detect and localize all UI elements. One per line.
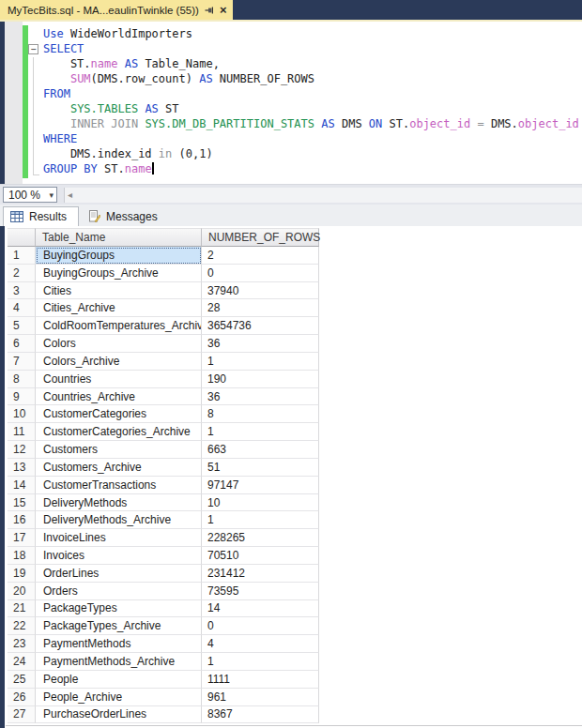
table-name-cell[interactable]: CustomerTransactions xyxy=(36,477,202,494)
table-name-cell[interactable]: PackageTypes xyxy=(36,600,202,618)
column-header-table-name[interactable]: Table_Name xyxy=(36,228,202,247)
row-number-cell[interactable]: 8 xyxy=(8,371,36,388)
table-name-cell[interactable]: People xyxy=(36,671,202,689)
row-number-cell[interactable]: 18 xyxy=(8,547,36,565)
code-line[interactable]: DMS.index_id in (0,1) xyxy=(0,146,582,161)
column-header-number-of-rows[interactable]: NUMBER_OF_ROWS xyxy=(202,228,319,247)
row-number-cell[interactable]: 7 xyxy=(8,353,36,371)
code-line[interactable]: ST.name AS Table_Name, xyxy=(0,56,582,71)
row-number-cell[interactable]: 22 xyxy=(8,617,36,635)
row-number-cell[interactable]: 2 xyxy=(8,265,36,282)
row-count-cell[interactable]: 8 xyxy=(202,405,319,423)
row-number-cell[interactable]: 3 xyxy=(8,282,36,300)
code-line[interactable]: −SELECT xyxy=(0,41,582,56)
table-name-cell[interactable]: Cities xyxy=(36,282,202,300)
table-name-cell[interactable]: PaymentMethods_Archive xyxy=(36,653,202,671)
table-name-cell[interactable]: Customers_Archive xyxy=(36,459,202,477)
row-count-cell[interactable]: 14 xyxy=(202,600,319,618)
row-count-cell[interactable]: 3654736 xyxy=(202,317,319,335)
row-number-cell[interactable]: 15 xyxy=(8,494,36,512)
close-icon[interactable]: × xyxy=(220,4,227,16)
row-number-cell[interactable]: 4 xyxy=(8,299,36,317)
row-count-cell[interactable]: 190 xyxy=(202,371,319,388)
table-name-cell[interactable]: PaymentMethods xyxy=(36,635,202,653)
row-number-cell[interactable]: 24 xyxy=(8,653,36,671)
row-number-cell[interactable]: 5 xyxy=(8,317,36,335)
row-count-cell[interactable]: 2 xyxy=(202,247,319,265)
row-count-cell[interactable]: 228265 xyxy=(202,529,319,547)
code-line[interactable]: INNER JOIN SYS.DM_DB_PARTITION_STATS AS … xyxy=(0,116,582,131)
row-count-cell[interactable]: 1 xyxy=(202,353,319,371)
row-number-cell[interactable]: 19 xyxy=(8,565,36,583)
tab-messages[interactable]: Messages xyxy=(82,206,169,226)
code-line[interactable]: FROM xyxy=(0,86,582,101)
row-number-cell[interactable]: 20 xyxy=(8,583,36,600)
row-count-cell[interactable]: 51 xyxy=(202,459,319,477)
row-count-cell[interactable]: 663 xyxy=(202,441,319,459)
row-number-cell[interactable]: 10 xyxy=(8,405,36,423)
code-area[interactable]: Use WideWorldImporters−SELECT ST.name AS… xyxy=(0,26,582,176)
horizontal-scrollbar[interactable]: ◂ xyxy=(64,188,582,203)
row-count-cell[interactable]: 0 xyxy=(202,617,319,635)
table-name-cell[interactable]: PackageTypes_Archive xyxy=(36,617,202,635)
row-number-cell[interactable]: 21 xyxy=(8,600,36,618)
table-name-cell[interactable]: BuyingGroups xyxy=(36,247,202,265)
table-name-cell[interactable]: DeliveryMethods xyxy=(36,494,202,512)
row-count-cell[interactable]: 37940 xyxy=(202,282,319,300)
table-name-cell[interactable]: Colors_Archive xyxy=(36,353,202,371)
row-number-cell[interactable]: 17 xyxy=(8,529,36,547)
sql-editor[interactable]: Use WideWorldImporters−SELECT ST.name AS… xyxy=(0,22,582,184)
row-count-cell[interactable]: 0 xyxy=(202,265,319,282)
table-name-cell[interactable]: Colors xyxy=(36,335,202,353)
row-count-cell[interactable]: 36 xyxy=(202,335,319,353)
code-line[interactable]: SUM(DMS.row_count) AS NUMBER_OF_ROWS xyxy=(0,71,582,86)
row-count-cell[interactable]: 961 xyxy=(202,689,319,706)
table-name-cell[interactable]: CustomerCategories xyxy=(36,405,202,423)
row-number-cell[interactable]: 12 xyxy=(8,441,36,459)
table-name-cell[interactable]: ColdRoomTemperatures_Archive xyxy=(36,317,202,335)
table-name-cell[interactable]: CustomerCategories_Archive xyxy=(36,423,202,441)
row-number-cell[interactable]: 9 xyxy=(8,388,36,406)
code-line[interactable]: Use WideWorldImporters xyxy=(0,26,582,41)
table-name-cell[interactable]: Countries xyxy=(36,371,202,388)
collapse-minus-icon[interactable]: − xyxy=(28,44,38,54)
code-line[interactable]: GROUP BY ST.name xyxy=(0,161,582,176)
row-count-cell[interactable]: 1111 xyxy=(202,671,319,689)
table-name-cell[interactable]: Customers xyxy=(36,441,202,459)
row-number-cell[interactable]: 6 xyxy=(8,335,36,353)
table-name-cell[interactable]: Invoices xyxy=(36,547,202,565)
table-name-cell[interactable]: Countries_Archive xyxy=(36,388,202,406)
document-tab[interactable]: MyTecBits.sql - MA...eaulinTwinkle (55))… xyxy=(0,0,233,20)
table-name-cell[interactable]: DeliveryMethods_Archive xyxy=(36,511,202,529)
row-count-cell[interactable]: 10 xyxy=(202,494,319,512)
row-count-cell[interactable]: 97147 xyxy=(202,477,319,494)
row-number-cell[interactable]: 11 xyxy=(8,423,36,441)
row-number-cell[interactable]: 16 xyxy=(8,511,36,529)
row-count-cell[interactable]: 73595 xyxy=(202,583,319,600)
row-count-cell[interactable]: 8367 xyxy=(202,706,319,724)
tab-results[interactable]: Results xyxy=(3,206,79,226)
row-number-cell[interactable]: 14 xyxy=(8,477,36,494)
table-name-cell[interactable]: BuyingGroups_Archive xyxy=(36,265,202,282)
row-count-cell[interactable]: 1 xyxy=(202,511,319,529)
row-number-cell[interactable]: 1 xyxy=(8,247,36,265)
table-name-cell[interactable]: PurchaseOrderLines xyxy=(36,706,202,724)
row-number-cell[interactable]: 25 xyxy=(8,671,36,689)
table-name-cell[interactable]: InvoiceLines xyxy=(36,529,202,547)
row-count-cell[interactable]: 70510 xyxy=(202,547,319,565)
row-number-cell[interactable]: 26 xyxy=(8,689,36,706)
row-number-cell[interactable]: 23 xyxy=(8,635,36,653)
row-count-cell[interactable]: 231412 xyxy=(202,565,319,583)
pin-icon[interactable] xyxy=(205,6,214,15)
table-name-cell[interactable]: Cities_Archive xyxy=(36,299,202,317)
code-line[interactable]: WHERE xyxy=(0,131,582,146)
row-count-cell[interactable]: 4 xyxy=(202,635,319,653)
table-name-cell[interactable]: Orders xyxy=(36,583,202,600)
code-line[interactable]: SYS.TABLES AS ST xyxy=(0,101,582,116)
scroll-left-icon[interactable]: ◂ xyxy=(65,190,72,200)
grid-corner-header[interactable] xyxy=(8,228,36,247)
row-number-cell[interactable]: 13 xyxy=(8,459,36,477)
row-count-cell[interactable]: 36 xyxy=(202,388,319,406)
row-count-cell[interactable]: 1 xyxy=(202,423,319,441)
row-count-cell[interactable]: 1 xyxy=(202,653,319,671)
